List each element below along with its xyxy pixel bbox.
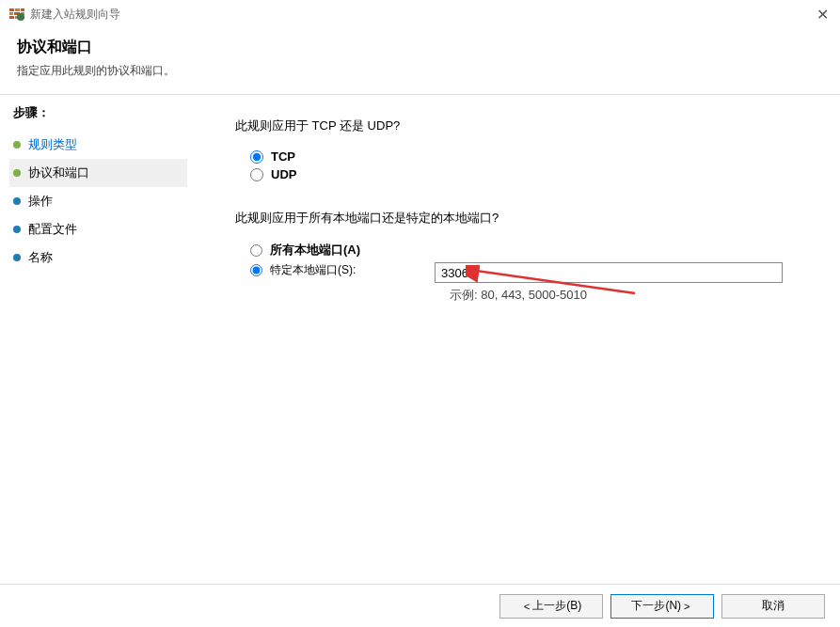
back-label: 上一步(B) xyxy=(532,598,581,614)
chevron-right-icon: > xyxy=(684,601,689,612)
footer: < 上一步(B) 下一步(N) > 取消 xyxy=(0,584,840,627)
sidebar-item-1[interactable]: 协议和端口 xyxy=(9,159,187,187)
window-title: 新建入站规则向导 xyxy=(30,7,120,23)
tcp-radio[interactable] xyxy=(250,150,263,164)
sidebar-item-2[interactable]: 操作 xyxy=(9,187,187,215)
sidebar-item-3[interactable]: 配置文件 xyxy=(9,215,187,243)
protocol-question: 此规则应用于 TCP 还是 UDP? xyxy=(235,118,802,134)
port-question: 此规则应用于所有本地端口还是特定的本地端口? xyxy=(235,210,802,227)
tcp-label[interactable]: TCP xyxy=(271,149,295,164)
bullet-icon xyxy=(13,226,21,233)
bullet-icon xyxy=(13,197,21,205)
udp-label[interactable]: UDP xyxy=(271,167,296,181)
cancel-button[interactable]: 取消 xyxy=(721,594,825,619)
all-ports-radio[interactable] xyxy=(250,244,262,257)
back-button[interactable]: < 上一步(B) xyxy=(499,594,603,619)
cancel-label: 取消 xyxy=(762,598,785,614)
titlebar: 新建入站规则向导 ✕ xyxy=(0,0,840,28)
content: 步骤： 规则类型协议和端口操作配置文件名称 此规则应用于 TCP 还是 UDP?… xyxy=(0,95,840,617)
sidebar-item-label: 操作 xyxy=(28,193,53,210)
svg-rect-1 xyxy=(15,8,20,11)
page-title: 协议和端口 xyxy=(17,38,823,57)
sidebar-item-0[interactable]: 规则类型 xyxy=(9,131,187,159)
specific-ports-label[interactable]: 特定本地端口(S): xyxy=(270,262,356,278)
udp-radio[interactable] xyxy=(250,168,263,181)
specific-ports-row: 特定本地端口(S): xyxy=(250,262,802,283)
main-panel: 此规则应用于 TCP 还是 UDP? TCP UDP 此规则应用于所有本地端口还… xyxy=(198,95,840,617)
sidebar-item-label: 规则类型 xyxy=(28,136,77,153)
port-input[interactable] xyxy=(435,262,783,283)
next-label: 下一步(N) xyxy=(631,598,681,614)
bullet-icon xyxy=(13,254,21,261)
header: 协议和端口 指定应用此规则的协议和端口。 xyxy=(0,28,840,94)
sidebar-item-label: 名称 xyxy=(28,249,53,266)
specific-ports-radio[interactable] xyxy=(250,264,262,276)
port-example: 示例: 80, 443, 5000-5010 xyxy=(450,287,802,304)
port-group: 所有本地端口(A) 特定本地端口(S): 示例: 80, 443, 5000-5… xyxy=(250,242,802,304)
protocol-tcp-row[interactable]: TCP xyxy=(250,149,802,164)
svg-rect-3 xyxy=(9,12,13,15)
chevron-left-icon: < xyxy=(524,601,530,612)
steps-heading: 步骤： xyxy=(9,104,187,121)
bullet-icon xyxy=(13,169,21,177)
bullet-icon xyxy=(13,141,21,149)
svg-rect-6 xyxy=(9,16,14,19)
close-button[interactable]: ✕ xyxy=(816,6,829,24)
next-button[interactable]: 下一步(N) > xyxy=(610,594,714,619)
svg-point-9 xyxy=(17,13,24,21)
sidebar-item-4[interactable]: 名称 xyxy=(9,243,187,272)
all-ports-row[interactable]: 所有本地端口(A) xyxy=(250,242,802,259)
sidebar-item-label: 协议和端口 xyxy=(28,165,89,181)
sidebar-item-label: 配置文件 xyxy=(28,221,77,238)
sidebar: 步骤： 规则类型协议和端口操作配置文件名称 xyxy=(0,95,198,617)
firewall-icon xyxy=(9,7,24,22)
all-ports-label[interactable]: 所有本地端口(A) xyxy=(270,242,360,259)
svg-rect-2 xyxy=(21,8,24,11)
protocol-group: TCP UDP xyxy=(250,149,802,181)
page-subtitle: 指定应用此规则的协议和端口。 xyxy=(17,63,823,79)
svg-rect-0 xyxy=(9,8,14,11)
protocol-udp-row[interactable]: UDP xyxy=(250,167,802,181)
